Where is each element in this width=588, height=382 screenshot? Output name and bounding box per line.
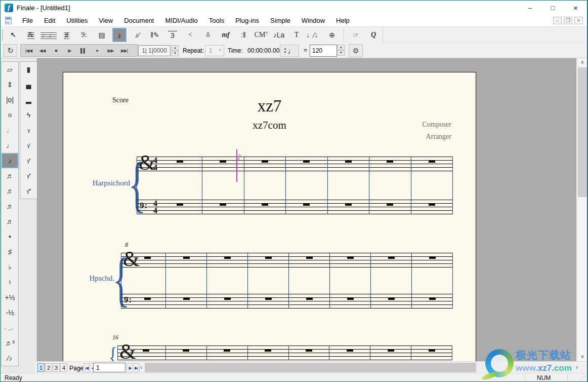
- score-canvas[interactable]: Score xz7 xz7com Composer Arranger {Harp…: [37, 58, 576, 361]
- stop-button[interactable]: ■: [49, 45, 63, 56]
- menu-item-help[interactable]: Help: [330, 15, 355, 26]
- speedy-entry-tool[interactable]: ♪⁄: [130, 28, 144, 42]
- mdi-restore-button[interactable]: ❐: [564, 17, 572, 24]
- smart-shape-tool[interactable]: <: [183, 28, 197, 42]
- horizontal-scrollbar[interactable]: [145, 363, 572, 372]
- tempo-note-button[interactable]: ▲▼ ♩: [280, 45, 299, 57]
- minimize-button[interactable]: –: [519, 1, 541, 15]
- menu-item-plug-ins[interactable]: Plug-ins: [230, 15, 265, 26]
- page-layout-tool[interactable]: ⊕: [325, 28, 339, 42]
- vertical-scrollbar[interactable]: ∧ ∨: [577, 58, 587, 361]
- sixty-fourth-rest[interactable]: γ''': [20, 168, 37, 183]
- minus-half-step[interactable]: -½: [2, 305, 18, 320]
- toolbar-grip[interactable]: [2, 29, 3, 41]
- repeat-tool[interactable]: :‖: [236, 28, 250, 42]
- play-button[interactable]: ▶: [63, 45, 76, 56]
- go-to-end-button[interactable]: ▶▶|: [117, 45, 131, 56]
- menu-item-midi-audio[interactable]: MIDI/Audio: [159, 15, 203, 26]
- sharp[interactable]: ♯: [2, 244, 18, 259]
- augmentation-dot[interactable]: •: [2, 229, 18, 244]
- natural[interactable]: ♮: [2, 275, 18, 290]
- spin-up-icon[interactable]: ▲: [338, 45, 345, 50]
- thirty-second-rest[interactable]: γ'': [20, 153, 37, 168]
- h-scroll-right-icon[interactable]: ›: [573, 364, 580, 372]
- horizontal-scrollbar-thumb[interactable]: [145, 363, 476, 372]
- sixty-fourth-note[interactable]: ♬: [2, 199, 18, 214]
- score-page[interactable]: Score xz7 xz7com Composer Arranger {Harp…: [63, 72, 476, 361]
- resize-grip[interactable]: ⋰: [580, 375, 585, 381]
- go-to-beginning-button[interactable]: |◀◀: [22, 45, 35, 56]
- spin-down-icon[interactable]: ▼: [338, 50, 345, 56]
- maximize-button[interactable]: □: [541, 1, 564, 15]
- view-button-3[interactable]: 3: [53, 363, 60, 372]
- time-signature-tool[interactable]: ♩♩: [41, 28, 56, 42]
- menu-item-window[interactable]: Window: [296, 15, 330, 26]
- expression-tool[interactable]: mf: [219, 28, 233, 42]
- mdi-close-button[interactable]: ×: [574, 17, 583, 24]
- plus-half-step[interactable]: +½: [2, 290, 18, 305]
- sixteenth-note[interactable]: ♬: [2, 168, 18, 183]
- eighth-note[interactable]: ♪: [2, 153, 18, 168]
- pitch-shift-tool[interactable]: ⇕: [2, 77, 18, 92]
- staff-tool[interactable]: &: [24, 28, 38, 42]
- one-twenty-eighth-note[interactable]: ♬: [2, 214, 18, 229]
- hand-grabber-tool[interactable]: ☞: [349, 28, 363, 42]
- grace-note[interactable]: ⁄♪: [2, 351, 18, 366]
- tuplet-tool[interactable]: 3: [165, 28, 180, 42]
- quarter-note[interactable]: ♩: [2, 138, 18, 153]
- spin-up-icon[interactable]: ▲: [172, 45, 179, 51]
- measure-tool[interactable]: ▤: [95, 28, 109, 42]
- clef-tool[interactable]: 9:: [77, 28, 91, 42]
- half-rest[interactable]: ▂: [20, 92, 37, 107]
- menu-item-view[interactable]: View: [93, 15, 118, 26]
- whole-note[interactable]: o: [2, 107, 18, 123]
- playback-settings-button[interactable]: ⚙: [349, 44, 363, 57]
- rewind-button[interactable]: ◀◀: [35, 45, 49, 56]
- mdi-minimize-button[interactable]: –: [553, 17, 562, 24]
- whole-rest[interactable]: ▄: [20, 77, 37, 92]
- flat[interactable]: ♭: [2, 259, 18, 275]
- articulation-tool[interactable]: ŏ: [201, 28, 215, 42]
- close-button[interactable]: ×: [564, 1, 587, 15]
- note-mover-tool[interactable]: ♩⁄♩: [307, 28, 321, 42]
- key-signature-tool[interactable]: ♯: [59, 28, 73, 42]
- scroll-up-icon[interactable]: ∧: [577, 58, 587, 67]
- tempo-spinner-icon[interactable]: ▲▼: [284, 47, 287, 54]
- half-note[interactable]: ♩: [2, 123, 18, 138]
- eraser-tool[interactable]: ▱: [2, 62, 18, 77]
- one-twenty-eighth-rest[interactable]: γ'''': [20, 183, 37, 199]
- menu-item-simple[interactable]: Simple: [265, 15, 296, 26]
- record-button[interactable]: ●: [90, 45, 104, 56]
- spin-down-icon[interactable]: ▼: [172, 51, 179, 56]
- page-input[interactable]: [93, 363, 125, 372]
- view-button-2[interactable]: 2: [45, 363, 52, 372]
- text-tool[interactable]: T: [289, 28, 304, 42]
- tuplet[interactable]: ♬³: [2, 335, 18, 351]
- double-whole-note[interactable]: |o|: [2, 92, 18, 107]
- quarter-rest[interactable]: ϟ: [20, 107, 37, 123]
- thirty-second-note[interactable]: ♬: [2, 183, 18, 199]
- selection-tool[interactable]: ↖: [6, 28, 20, 42]
- fast-forward-button[interactable]: ▶▶: [104, 45, 117, 56]
- tie[interactable]: ♩‿♩: [2, 320, 18, 335]
- sixteenth-rest[interactable]: γ': [20, 138, 37, 153]
- lyrics-tool[interactable]: ♪La: [272, 28, 286, 42]
- counter-spinner[interactable]: ▲▼: [172, 45, 179, 56]
- double-whole-rest[interactable]: ▮: [20, 62, 37, 77]
- tempo-input[interactable]: [310, 45, 337, 57]
- zoom-tool[interactable]: Q: [366, 28, 381, 42]
- pause-button[interactable]: ▌▌: [76, 45, 90, 56]
- playback-refresh-button[interactable]: ↻: [4, 44, 17, 57]
- menu-item-document[interactable]: Document: [118, 15, 159, 26]
- hyperscribe-tool[interactable]: ǁ✎: [148, 28, 162, 42]
- h-scroll-left-icon[interactable]: ‹: [138, 364, 145, 372]
- eighth-rest[interactable]: γ: [20, 123, 37, 138]
- tempo-input-spinner[interactable]: ▲▼: [338, 45, 345, 56]
- menu-item-tools[interactable]: Tools: [203, 15, 230, 26]
- chord-tool[interactable]: CM⁷: [254, 28, 268, 42]
- vertical-scrollbar-thumb[interactable]: [578, 67, 587, 197]
- playback-counter-field[interactable]: 1| 1|0000: [138, 45, 171, 56]
- menu-item-file[interactable]: File: [17, 15, 38, 26]
- scroll-down-icon[interactable]: ∨: [577, 353, 587, 361]
- simple-entry-tool[interactable]: ♪: [112, 28, 127, 42]
